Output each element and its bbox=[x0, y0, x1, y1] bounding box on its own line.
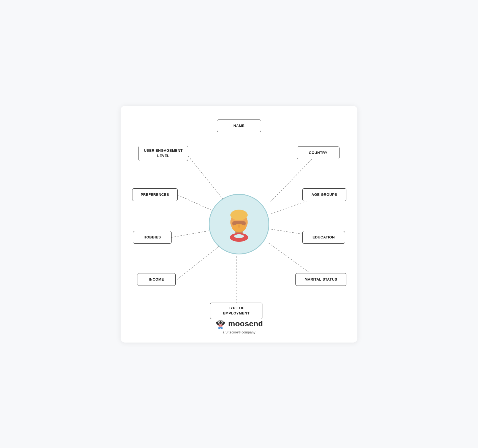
label-income: INCOME bbox=[137, 273, 176, 286]
label-user-engagement: USER ENGAGEMENTLEVEL bbox=[138, 146, 188, 161]
label-education: EDUCATION bbox=[302, 231, 345, 244]
label-type-of-employment-text: TYPE OFEMPLOYMENT bbox=[223, 306, 250, 316]
svg-point-15 bbox=[232, 210, 246, 218]
label-name: NAME bbox=[217, 120, 261, 132]
svg-line-8 bbox=[177, 242, 224, 279]
label-country: COUNTRY bbox=[297, 146, 340, 159]
center-person-circle bbox=[209, 194, 269, 254]
svg-point-18 bbox=[238, 224, 240, 227]
label-age-groups: AGE GROUPS bbox=[302, 188, 346, 201]
svg-line-2 bbox=[188, 156, 224, 200]
label-user-engagement-text: USER ENGAGEMENTLEVEL bbox=[144, 148, 183, 158]
label-hobbies: HOBBIES bbox=[133, 231, 172, 244]
svg-point-12 bbox=[234, 234, 244, 238]
person-illustration bbox=[220, 205, 258, 243]
label-type-of-employment: TYPE OFEMPLOYMENT bbox=[210, 303, 262, 319]
diagram-container: NAME COUNTRY USER ENGAGEMENTLEVEL AGE GR… bbox=[121, 106, 357, 343]
label-preferences: PREFERENCES bbox=[132, 188, 178, 201]
label-marital-status: MARITAL STATUS bbox=[295, 273, 346, 286]
